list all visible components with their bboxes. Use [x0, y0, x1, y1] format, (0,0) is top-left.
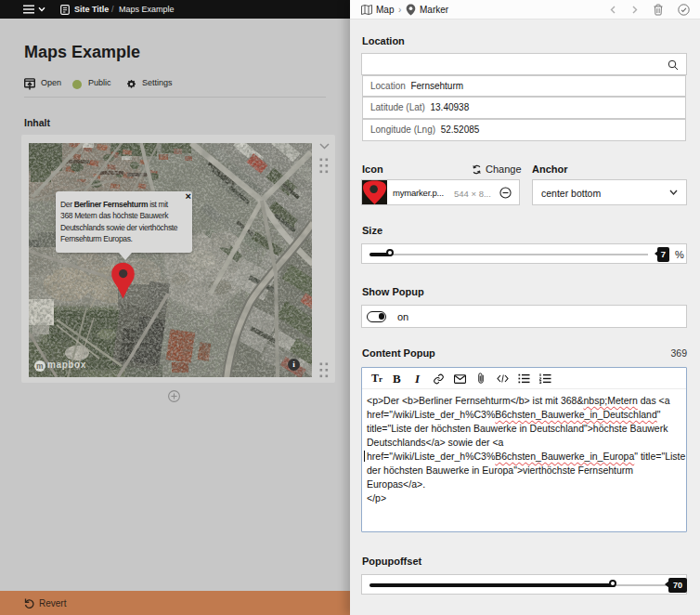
svg-text:m: m: [36, 361, 44, 371]
